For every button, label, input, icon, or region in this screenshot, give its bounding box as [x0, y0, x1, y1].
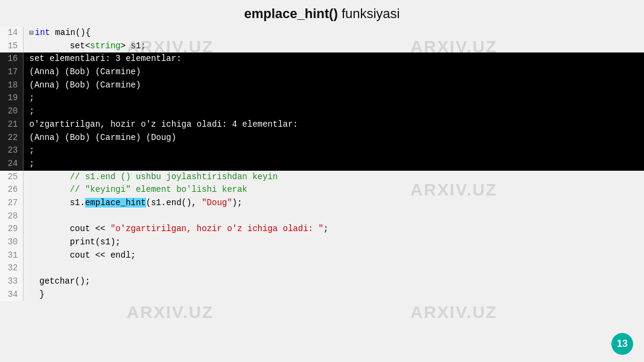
line-number: 31	[0, 249, 23, 262]
table-row: 25 // s1.end () ushbu joylashtirishdan k…	[0, 171, 644, 184]
line-number: 22	[0, 132, 23, 145]
line-number: 23	[0, 144, 23, 157]
watermark-5: ARXIV.UZ	[410, 303, 497, 322]
page-number: 13	[617, 338, 628, 349]
line-code: }	[23, 288, 644, 302]
line-code: // "keyingi" element bo'lishi kerak	[23, 183, 644, 197]
table-row: 29 cout << "o'zgartirilgan, hozir o'z ic…	[0, 223, 644, 236]
table-row: 34 }	[0, 288, 644, 302]
table-row: 24 ;	[0, 157, 644, 171]
table-row: 30 print(s1);	[0, 236, 644, 249]
code-area: ARXIV.UZ ARXIV.UZ ARXIV.UZ ARXIV.UZ ARXI…	[0, 27, 644, 301]
table-row: 28	[0, 210, 644, 223]
watermark-4: ARXIV.UZ	[127, 303, 214, 322]
line-number: 19	[0, 92, 23, 105]
line-code: // s1.end () ushbu joylashtirishdan keyi…	[23, 171, 644, 184]
terminal-line-4: ;	[23, 92, 644, 105]
line-code: cout << "o'zgartirilgan, hozir o'z ichig…	[23, 223, 644, 236]
table-row: 21 o'zgartirilgan, hozir o'z ichiga olad…	[0, 118, 644, 132]
title-suffix: funksiyasi	[338, 6, 400, 21]
line-code: getchar();	[23, 275, 644, 288]
table-row: 19 ;	[0, 92, 644, 105]
table-row: 32	[0, 262, 644, 275]
line-number: 32	[0, 262, 23, 275]
line-code	[23, 210, 644, 223]
terminal-rows: 16 set elementlari: 3 elementlar: 17 (An…	[0, 52, 644, 170]
page-title: emplace_hint() funksiyasi	[0, 0, 644, 27]
line-number: 27	[0, 197, 23, 210]
table-row: 14 ⊟int main(){	[0, 27, 644, 40]
highlight-emplace: emplace_hint	[85, 198, 146, 208]
line-number: 26	[0, 183, 23, 197]
terminal-line-6: o'zgartirilgan, hozir o'z ichiga oladi: …	[23, 118, 644, 132]
table-row: 15 set<string> s1;	[0, 40, 644, 53]
line-number: 17	[0, 66, 23, 79]
terminal-line-7: (Anna) (Bob) (Carmine) (Doug)	[23, 132, 644, 145]
line-code: s1.emplace_hint(s1.end(), "Doug");	[23, 197, 644, 210]
page-badge: 13	[611, 333, 633, 355]
terminal-line-3: (Anna) (Bob) (Carmine)	[23, 79, 644, 92]
table-row: 26 // "keyingi" element bo'lishi kerak	[0, 183, 644, 197]
line-number: 34	[0, 288, 23, 302]
title-bold: emplace_hint()	[244, 6, 338, 21]
terminal-line-9: ;	[23, 157, 644, 171]
line-number: 14	[0, 27, 23, 40]
line-number: 16	[0, 52, 23, 66]
code-table-lower: 25 // s1.end () ushbu joylashtirishdan k…	[0, 171, 644, 302]
table-row: 33 getchar();	[0, 275, 644, 288]
line-code: cout << endl;	[23, 249, 644, 262]
terminal-line-2: (Anna) (Bob) (Carmine)	[23, 66, 644, 79]
terminal-line-8: ;	[23, 144, 644, 157]
line-number: 20	[0, 105, 23, 118]
table-row: 16 set elementlari: 3 elementlar:	[0, 52, 644, 66]
line-number: 29	[0, 223, 23, 236]
table-row: 20 ;	[0, 105, 644, 118]
table-row: 17 (Anna) (Bob) (Carmine)	[0, 66, 644, 79]
line-number: 18	[0, 79, 23, 92]
terminal-output-wrapper: 16 set elementlari: 3 elementlar: 17 (An…	[0, 52, 644, 170]
line-number: 30	[0, 236, 23, 249]
table-row: 22 (Anna) (Bob) (Carmine) (Doug)	[0, 132, 644, 145]
line-number: 25	[0, 171, 23, 184]
terminal-line-5: ;	[23, 105, 644, 118]
line-code: print(s1);	[23, 236, 644, 249]
table-row: 23 ;	[0, 144, 644, 157]
line-number: 21	[0, 118, 23, 132]
line-number: 15	[0, 40, 23, 53]
line-code: ⊟int main(){	[23, 27, 644, 40]
line-number: 28	[0, 210, 23, 223]
table-row: 18 (Anna) (Bob) (Carmine)	[0, 79, 644, 92]
line-number: 33	[0, 275, 23, 288]
line-number: 24	[0, 157, 23, 171]
terminal-line-1: set elementlari: 3 elementlar:	[23, 52, 644, 66]
table-row: 27 s1.emplace_hint(s1.end(), "Doug");	[0, 197, 644, 210]
code-table: 14 ⊟int main(){ 15 set<string> s1;	[0, 27, 644, 52]
line-code	[23, 262, 644, 275]
collapse-icon[interactable]: ⊟	[30, 28, 34, 39]
table-row: 31 cout << endl;	[0, 249, 644, 262]
line-code: set<string> s1;	[23, 40, 644, 53]
